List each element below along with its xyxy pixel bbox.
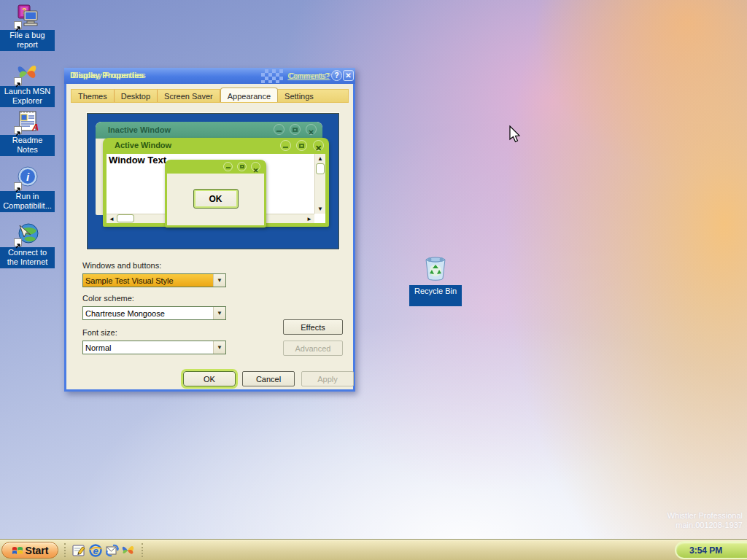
desktop-icon-readme-notes[interactable]: A Readme Notes [0, 109, 55, 156]
info-icon: i [15, 165, 40, 190]
desktop-icon-launch-msn[interactable]: Launch MSN Explorer [0, 60, 55, 107]
color-scheme-value: Chartreuse Mongoose [83, 307, 213, 319]
windows-flag-icon [12, 545, 23, 556]
beta-watermark-checker [261, 69, 283, 83]
font-size-select[interactable]: Normal ▼ [82, 341, 226, 354]
minimize-icon [280, 140, 291, 151]
recycle-bin-icon [422, 255, 449, 282]
chevron-down-icon[interactable]: ▼ [213, 341, 225, 354]
inactive-window-title: Inactive Window [108, 125, 171, 134]
start-button[interactable]: Start [1, 542, 58, 559]
maximize-icon [237, 162, 247, 171]
desktop-icon-label[interactable]: Readme Notes [0, 135, 55, 156]
shortcut-arrow-icon [14, 238, 22, 246]
scroll-up-icon[interactable]: ▲ [315, 155, 325, 162]
svg-text:e: e [93, 545, 98, 556]
build-watermark: Whistler Professional main.001208-1937 [667, 511, 743, 530]
readme-notes-icon: A [15, 109, 40, 133]
chevron-down-icon[interactable]: ▼ [213, 307, 225, 319]
windows-and-buttons-value: Sample Test Visual Style [83, 274, 213, 287]
effects-button[interactable]: Effects [283, 319, 343, 335]
system-tray: 3:54 PM [675, 541, 747, 559]
minimize-icon [223, 162, 233, 171]
build-watermark-line2: main.001208-1937 [667, 521, 743, 530]
advanced-button[interactable]: Advanced [283, 341, 343, 356]
shortcut-arrow-icon [14, 21, 22, 29]
desktop-icon-recycle-bin[interactable]: Recycle Bin [409, 255, 462, 306]
mouse-cursor [508, 125, 522, 144]
desktop-icon-label[interactable]: File a bug report [0, 30, 55, 51]
ok-button[interactable]: OK [183, 371, 236, 386]
close-icon: ✕ [313, 140, 324, 151]
window-title-ghost: Display Properties [72, 71, 146, 79]
scroll-right-icon[interactable]: ► [306, 216, 312, 222]
dialog-body: Themes Desktop Screen Saver Appearance S… [66, 84, 353, 389]
cancel-button[interactable]: Cancel [242, 371, 295, 386]
font-size-value: Normal [83, 341, 213, 354]
close-icon: ✕ [251, 162, 260, 171]
display-properties-window: Display Properties Display Properties Co… [64, 68, 355, 392]
taskbar: Start e [0, 539, 747, 560]
shortcut-arrow-icon [14, 77, 22, 85]
show-desktop-icon[interactable] [71, 543, 86, 558]
taskbar-clock[interactable]: 3:54 PM [689, 545, 722, 556]
chevron-down-icon[interactable]: ▼ [213, 274, 225, 287]
tab-desktop[interactable]: Desktop [115, 90, 158, 102]
taskbar-divider[interactable] [142, 543, 144, 557]
maximize-icon [290, 124, 301, 135]
apply-button[interactable]: Apply [301, 371, 354, 386]
desktop-icon-label[interactable]: Connect to the Internet [0, 247, 55, 268]
preview-active-titlebar: Active Window ✕ [103, 138, 329, 154]
vertical-scroll-thumb[interactable] [316, 163, 325, 174]
desktop-icon-label[interactable]: Launch MSN Explorer [0, 86, 55, 107]
tab-strip: Themes Desktop Screen Saver Appearance S… [71, 89, 349, 103]
window-titlebar[interactable]: Display Properties Display Properties Co… [64, 68, 355, 84]
vertical-scrollbar[interactable]: ▲ ▼ [314, 154, 325, 214]
comments-link-ghost: Comments? [289, 71, 330, 80]
active-window-title: Active Window [115, 141, 171, 149]
color-scheme-label: Color scheme: [82, 294, 134, 303]
outlook-express-icon[interactable] [105, 543, 120, 558]
preview-ok-button: OK [193, 189, 239, 209]
scroll-down-icon[interactable]: ▼ [315, 206, 325, 212]
tab-screen-saver[interactable]: Screen Saver [158, 90, 220, 102]
desktop-icon-connect-internet[interactable]: Connect to the Internet [0, 221, 55, 268]
close-button[interactable]: ✕ [343, 70, 354, 81]
desktop-icon-file-bug-report[interactable]: ? File a bug report [0, 4, 55, 51]
preview-msgbox-titlebar: ✕ [166, 161, 265, 174]
tab-appearance[interactable]: Appearance [220, 88, 278, 102]
close-icon: ✕ [306, 124, 317, 135]
internet-explorer-icon[interactable]: e [88, 543, 103, 558]
svg-text:A: A [31, 122, 39, 133]
shortcut-arrow-icon [14, 126, 22, 134]
tab-themes[interactable]: Themes [71, 90, 115, 102]
msn-explorer-icon [15, 60, 40, 85]
windows-and-buttons-label: Windows and buttons: [82, 261, 161, 270]
desktop-icon-label[interactable]: Run in Compatibilit... [0, 191, 55, 212]
scroll-left-icon[interactable]: ◄ [109, 216, 115, 222]
build-watermark-line1: Whistler Professional [667, 511, 743, 521]
minimize-icon [274, 124, 285, 135]
taskbar-divider[interactable] [64, 543, 66, 557]
tab-settings[interactable]: Settings [278, 90, 320, 102]
horizontal-scroll-thumb[interactable] [117, 214, 134, 222]
preview-message-box: ✕ OK [165, 160, 266, 228]
desktop-icon-run-compat[interactable]: i Run in Compatibilit... [0, 165, 55, 212]
start-button-label: Start [26, 545, 49, 556]
color-scheme-select[interactable]: Chartreuse Mongoose ▼ [82, 306, 226, 320]
font-size-label: Font size: [82, 328, 117, 337]
shortcut-arrow-icon [14, 182, 22, 190]
connect-internet-icon [15, 221, 40, 246]
window-text-sample: Window Text [109, 155, 166, 166]
bug-report-icon: ? [15, 4, 40, 28]
preview-inactive-titlebar: Inactive Window ✕ [96, 122, 322, 139]
desktop-icon-label[interactable]: Recycle Bin [409, 285, 462, 306]
appearance-preview: Inactive Window ✕ Active Window ✕ Window… [87, 113, 339, 249]
help-button[interactable]: ? [331, 70, 342, 81]
maximize-icon [296, 140, 307, 151]
windows-and-buttons-select[interactable]: Sample Test Visual Style ▼ [82, 273, 226, 287]
msn-icon[interactable] [121, 543, 136, 558]
